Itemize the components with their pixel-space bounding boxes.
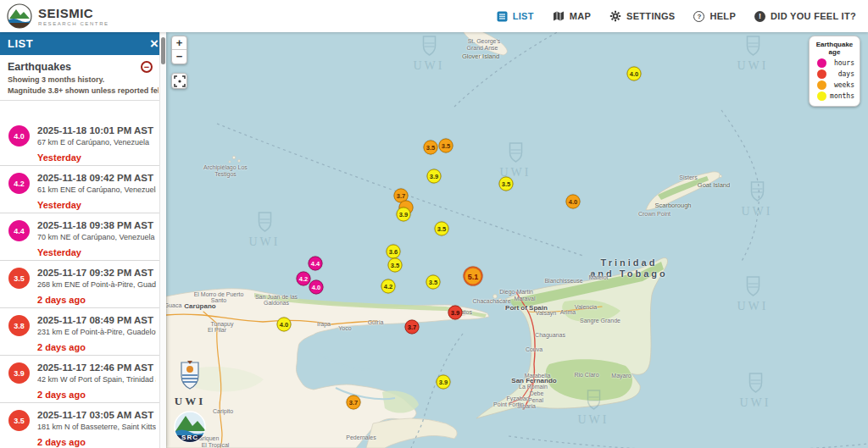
map-terrain	[166, 32, 868, 448]
quake-text: 2025-11-17 03:05 AM AST181 km N of Basse…	[37, 410, 156, 448]
earthquake-marker[interactable]: 3.5	[435, 222, 449, 236]
seismic-logo-icon	[7, 3, 32, 29]
earthquake-marker[interactable]: 4.0	[277, 318, 292, 332]
list-icon	[497, 11, 508, 22]
earthquake-marker[interactable]: 4.2	[381, 279, 396, 294]
earthquake-marker[interactable]: 3.6	[387, 245, 401, 259]
magnitude-badge: 3.5	[8, 268, 30, 289]
earthquake-marker[interactable]: 4.0	[627, 67, 642, 81]
earthquake-marker[interactable]: 3.5	[424, 141, 438, 155]
earthquake-marker[interactable]: 5.1	[464, 267, 483, 286]
quake-age: Yesterday	[37, 200, 156, 210]
legend-entry: weeks	[815, 80, 854, 90]
earthquake-marker[interactable]: 3.9	[397, 207, 411, 222]
quake-time: 2025-11-17 03:05 AM AST	[37, 410, 156, 420]
sidebar-header: LIST ×	[0, 32, 166, 55]
quake-location: 67 km E of Carúpano, Venezuela	[37, 138, 156, 147]
help-icon: ?	[693, 11, 704, 22]
list-item[interactable]: 3.82025-11-17 08:49 PM AST231 km E of Po…	[0, 308, 159, 356]
earthquake-marker[interactable]: 3.5	[499, 177, 514, 191]
legend-entry-label: hours	[834, 59, 854, 67]
nav-item-did-you-feel-it[interactable]: ! DID YOU FEEL IT?	[754, 11, 856, 22]
list-item[interactable]: 3.52025-11-17 09:32 PM AST268 km ENE of …	[0, 261, 159, 308]
legend-color-dot	[817, 69, 826, 79]
earthquake-marker[interactable]: 3.5	[426, 275, 441, 290]
earthquake-marker[interactable]: 3.5	[388, 258, 403, 273]
zoom-out-button[interactable]: −	[172, 50, 186, 64]
quake-age: Yesterday	[37, 152, 156, 163]
nav-label-help: HELP	[709, 11, 736, 21]
exclamation-icon: !	[754, 11, 765, 22]
sidebar-title: LIST	[8, 37, 33, 50]
legend-entry-label: weeks	[834, 81, 854, 89]
quake-text: 2025-11-17 08:49 PM AST231 km E of Point…	[37, 315, 156, 355]
legend-entry-label: months	[830, 92, 854, 100]
sidebar-scrollbar[interactable]	[159, 32, 166, 448]
close-icon[interactable]: ×	[150, 36, 159, 51]
quake-text: 2025-11-18 10:01 PM AST67 km E of Carúpa…	[37, 125, 156, 165]
legend-entry: months	[815, 91, 854, 101]
collapse-icon[interactable]: −	[141, 61, 153, 73]
map-zoom-control: + −	[171, 36, 187, 64]
magnitude-badge: 3.9	[8, 362, 30, 384]
center-map-button[interactable]	[171, 73, 187, 89]
list-sidebar: LIST × Earthquakes Showing 3 months hist…	[0, 32, 166, 448]
brand-text: SEISMIC RESEARCH CENTRE	[38, 7, 109, 26]
nav-item-map[interactable]: MAP	[553, 10, 591, 22]
seismic-app: UWIUWIUWIUWIUWIUWIUWIUWI St. George'sGra…	[0, 0, 868, 448]
earthquake-marker[interactable]: 4.2	[297, 272, 311, 286]
zoom-in-button[interactable]: +	[172, 36, 186, 50]
nav-label-map: MAP	[570, 11, 591, 21]
legend-color-dot	[817, 91, 826, 101]
earthquake-marker[interactable]: 3.7	[405, 320, 420, 335]
magnitude-badge: 3.5	[8, 410, 30, 431]
earthquake-marker[interactable]: 4.4	[309, 257, 323, 271]
quake-location: 268 km ENE of Point-à-Pitre, Guadeloupe	[37, 280, 156, 289]
legend-color-dot	[817, 58, 826, 68]
main-nav: LIST MAP	[497, 10, 868, 22]
quake-location: 181 km N of Basseterre, Saint Kitts and …	[37, 423, 156, 431]
earthquake-marker[interactable]: 3.9	[427, 169, 442, 184]
nav-item-settings[interactable]: SETTINGS	[609, 10, 675, 22]
quake-time: 2025-11-18 09:42 PM AST	[37, 173, 156, 183]
quake-location: 70 km NE of Carúpano, Venezuela	[37, 233, 156, 241]
history-note: Showing 3 months history.	[8, 75, 159, 84]
earthquake-marker[interactable]: 4.0	[566, 195, 581, 209]
earthquake-marker[interactable]: 3.9	[437, 375, 451, 390]
brand-name: SEISMIC	[38, 7, 109, 19]
earthquake-marker[interactable]: 3.9	[448, 306, 463, 320]
legend-color-dot	[817, 80, 826, 90]
legend-entry: days	[815, 69, 854, 79]
magnitude-badge: 3.8	[8, 315, 30, 336]
uwi-logo-text: UWI	[170, 395, 210, 408]
earthquake-marker[interactable]: 3.7	[347, 395, 361, 410]
list-item[interactable]: 3.52025-11-17 03:05 AM AST181 km N of Ba…	[0, 403, 159, 448]
earthquake-marker[interactable]: 4.0	[309, 280, 324, 295]
brand: SEISMIC RESEARCH CENTRE	[0, 3, 109, 29]
nav-item-list[interactable]: LIST	[497, 11, 534, 22]
top-header: SEISMIC RESEARCH CENTRE LIST MAP	[0, 0, 868, 32]
quake-age: Yesterday	[37, 247, 156, 257]
map-canvas[interactable]: UWIUWIUWIUWIUWIUWIUWIUWI St. George'sGra…	[166, 32, 868, 448]
quake-text: 2025-11-18 09:42 PM AST61 km ENE of Carú…	[37, 173, 156, 213]
src-logo: SRC	[174, 411, 206, 443]
brand-subtitle: RESEARCH CENTRE	[38, 21, 109, 26]
list-item[interactable]: 4.02025-11-18 10:01 PM AST67 km E of Car…	[0, 119, 159, 166]
earthquakes-title: Earthquakes	[8, 61, 159, 73]
earthquake-list: 4.02025-11-18 10:01 PM AST67 km E of Car…	[0, 119, 159, 448]
list-item[interactable]: 4.42025-11-18 09:38 PM AST70 km NE of Ca…	[0, 213, 159, 261]
quake-text: 2025-11-17 12:46 PM AST42 km W of Port o…	[37, 362, 156, 402]
quake-time: 2025-11-17 09:32 PM AST	[37, 268, 156, 278]
list-item[interactable]: 4.22025-11-18 09:42 PM AST61 km ENE of C…	[0, 166, 159, 213]
quake-age: 2 days ago	[37, 437, 156, 447]
nav-item-help[interactable]: ? HELP	[693, 11, 736, 22]
quake-text: 2025-11-17 09:32 PM AST268 km ENE of Poi…	[37, 268, 156, 307]
nav-label-list: LIST	[513, 11, 534, 21]
list-item[interactable]: 3.92025-11-17 12:46 PM AST42 km W of Por…	[0, 356, 159, 403]
legend-title: Earthquake age	[815, 41, 854, 56]
quake-location: 231 km E of Point-à-Pitre, Guadeloupe	[37, 328, 156, 336]
scrollbar-thumb[interactable]	[161, 37, 165, 64]
earthquakes-panel-header: Earthquakes Showing 3 months history. Ma…	[0, 55, 166, 101]
earthquake-marker[interactable]: 3.5	[439, 139, 453, 153]
quake-time: 2025-11-18 09:38 PM AST	[37, 220, 156, 230]
